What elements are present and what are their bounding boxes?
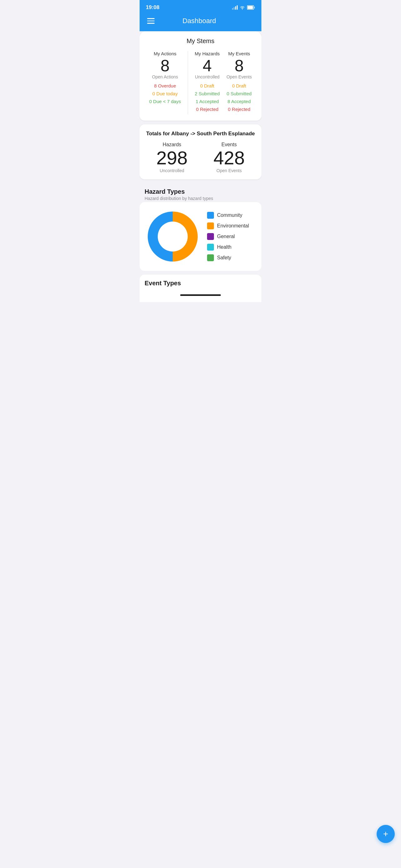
health-color: [207, 244, 214, 251]
hazards-sub-label: Uncontrolled: [195, 74, 220, 80]
event-types-title: Event Types: [144, 280, 257, 287]
environmental-color: [207, 222, 214, 229]
totals-events-number: 428: [213, 149, 244, 167]
legend-item-environmental: Environmental: [207, 222, 249, 229]
safety-label: Safety: [217, 255, 231, 260]
events-submitted[interactable]: 0 Submitted: [227, 91, 252, 96]
totals-hazards-label: Hazards: [163, 142, 181, 148]
hazards-submitted[interactable]: 2 Submitted: [195, 91, 220, 96]
status-bar: 19:08: [140, 0, 261, 14]
hazards-accepted[interactable]: 1 Accepted: [196, 99, 219, 104]
chart-legend: Community Environmental General Health S…: [207, 212, 249, 261]
totals-hazards-col: Hazards 298 Uncontrolled: [146, 142, 198, 173]
hazards-label: My Hazards: [195, 51, 220, 56]
my-stems-title: My Stems: [146, 37, 255, 45]
totals-events-col: Events 428 Open Events: [203, 142, 255, 173]
wifi-icon: [239, 5, 245, 10]
hazards-rejected[interactable]: 0 Rejected: [196, 106, 219, 112]
status-time: 19:08: [146, 4, 159, 11]
totals-events-label: Events: [222, 142, 237, 148]
general-color: [207, 233, 214, 240]
signal-icon: [232, 5, 238, 10]
actions-overdue[interactable]: 8 Overdue: [154, 83, 176, 88]
hazard-types-title: Hazard Types: [144, 188, 257, 195]
events-count: 8: [235, 58, 244, 74]
bottom-bar: [140, 292, 261, 302]
totals-hazards-number: 298: [156, 149, 188, 167]
actions-due-7days[interactable]: 0 Due < 7 days: [149, 99, 181, 104]
hazard-types-section-header: Hazard Types Hazard distribution by haza…: [140, 183, 261, 202]
svg-rect-3: [248, 6, 253, 9]
totals-card: Totals for Albany -> South Perth Esplana…: [140, 124, 261, 179]
events-accepted[interactable]: 8 Accepted: [228, 99, 251, 104]
hazard-types-chart-card: 50.0% 50.0% Community Environmental Gene…: [140, 202, 261, 271]
divider-1: [188, 51, 188, 114]
svg-text:50.0%: 50.0%: [167, 245, 179, 249]
hazard-types-subtitle: Hazard distribution by hazard types: [144, 196, 257, 201]
status-icons: [232, 5, 255, 10]
general-label: General: [217, 234, 235, 239]
svg-text:50.0%: 50.0%: [167, 223, 179, 228]
events-label: My Events: [228, 51, 250, 56]
donut-svg: 50.0% 50.0%: [144, 208, 201, 265]
environmental-label: Environmental: [217, 223, 249, 229]
stems-grid: My Actions 8 Open Actions 8 Overdue 0 Du…: [146, 51, 255, 114]
menu-button[interactable]: [146, 17, 156, 25]
actions-count: 8: [161, 58, 170, 74]
my-actions-column: My Actions 8 Open Actions 8 Overdue 0 Du…: [148, 51, 182, 114]
page-title: Dashboard: [156, 17, 243, 25]
events-rejected[interactable]: 0 Rejected: [228, 106, 250, 112]
actions-due-today[interactable]: 0 Due today: [153, 91, 178, 96]
totals-events-sublabel: Open Events: [216, 168, 242, 173]
hazards-draft[interactable]: 0 Draft: [200, 83, 214, 88]
my-events-column: My Events 8 Open Events 0 Draft 0 Submit…: [225, 51, 253, 114]
my-stems-card: My Stems My Actions 8 Open Actions 8 Ove…: [140, 31, 261, 121]
events-sub-label: Open Events: [226, 74, 252, 80]
battery-icon: [247, 5, 255, 10]
safety-color: [207, 254, 214, 261]
my-hazards-column: My Hazards 4 Uncontrolled 0 Draft 2 Subm…: [194, 51, 221, 114]
svg-point-0: [242, 9, 243, 10]
events-draft[interactable]: 0 Draft: [232, 83, 246, 88]
event-types-section: Event Types: [140, 275, 261, 292]
totals-title: Totals for Albany -> South Perth Esplana…: [146, 131, 255, 137]
community-label: Community: [217, 213, 242, 218]
home-indicator: [180, 294, 221, 296]
totals-grid: Hazards 298 Uncontrolled Events 428 Open…: [146, 142, 255, 173]
actions-label: My Actions: [154, 51, 176, 56]
legend-item-health: Health: [207, 244, 249, 251]
legend-item-safety: Safety: [207, 254, 249, 261]
donut-chart: 50.0% 50.0%: [144, 208, 201, 265]
legend-item-community: Community: [207, 212, 249, 219]
legend-item-general: General: [207, 233, 249, 240]
totals-hazards-sublabel: Uncontrolled: [160, 168, 184, 173]
community-color: [207, 212, 214, 219]
app-header: Dashboard: [140, 14, 261, 31]
main-content: My Stems My Actions 8 Open Actions 8 Ove…: [140, 31, 261, 292]
health-label: Health: [217, 244, 231, 250]
svg-rect-2: [254, 6, 255, 8]
hazards-count: 4: [203, 58, 212, 74]
actions-sub-label: Open Actions: [152, 74, 178, 80]
